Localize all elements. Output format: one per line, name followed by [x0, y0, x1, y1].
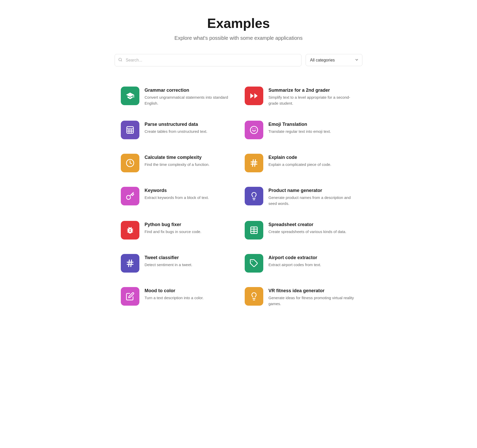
svg-line-26	[131, 260, 132, 267]
example-desc-vr-fitness-idea-generator: Generate ideas for fitness promoting vir…	[268, 295, 356, 307]
svg-marker-2	[254, 93, 258, 98]
example-item-mood-to-color[interactable]: Mood to colorTurn a text description int…	[115, 280, 239, 314]
example-text-summarize-2nd-grader: Summarize for a 2nd graderSimplify text …	[268, 87, 356, 106]
example-title-summarize-2nd-grader: Summarize for a 2nd grader	[268, 88, 356, 93]
example-title-emoji-translation: Emoji Translation	[268, 122, 356, 127]
example-title-explain-code: Explain code	[268, 155, 356, 160]
example-icon-spreadsheet-creator	[245, 221, 263, 240]
example-text-tweet-classifier: Tweet classifierDetect sentiment in a tw…	[145, 254, 232, 268]
example-desc-python-bug-fixer: Find and fix bugs in source code.	[145, 229, 232, 235]
example-icon-explain-code	[245, 154, 263, 172]
example-item-product-name-generator[interactable]: Product name generatorGenerate product n…	[239, 180, 362, 214]
example-title-product-name-generator: Product name generator	[268, 188, 356, 193]
example-icon-keywords	[121, 187, 139, 205]
example-icon-vr-fitness-idea-generator	[245, 287, 263, 306]
example-icon-mood-to-color	[121, 287, 139, 306]
example-desc-emoji-translation: Translate regular text into emoji text.	[268, 129, 356, 135]
svg-line-15	[252, 160, 253, 166]
example-title-spreadsheet-creator: Spreadsheet creator	[268, 222, 356, 227]
example-title-vr-fitness-idea-generator: VR fitness idea generator	[268, 288, 356, 293]
example-desc-explain-code: Explain a complicated piece of code.	[268, 162, 356, 168]
example-text-product-name-generator: Product name generatorGenerate product n…	[268, 187, 356, 206]
example-title-mood-to-color: Mood to color	[145, 288, 232, 293]
example-item-parse-unstructured-data[interactable]: Parse unstructured dataCreate tables fro…	[115, 113, 239, 146]
example-text-mood-to-color: Mood to colorTurn a text description int…	[145, 287, 232, 301]
example-desc-tweet-classifier: Detect sentiment in a tweet.	[145, 262, 232, 268]
example-desc-grammar-correction: Convert ungrammatical statements into st…	[145, 95, 232, 106]
example-text-keywords: KeywordsExtract keywords from a block of…	[145, 187, 232, 201]
example-item-calculate-time-complexity[interactable]: Calculate time complexityFind the time c…	[115, 146, 239, 180]
controls-bar: All categoriesTextCodeDataOther	[115, 54, 362, 66]
example-item-keywords[interactable]: KeywordsExtract keywords from a block of…	[115, 180, 239, 214]
example-title-python-bug-fixer: Python bug fixer	[145, 222, 232, 227]
svg-line-1	[121, 60, 122, 61]
example-desc-parse-unstructured-data: Create tables from unstructured text.	[145, 129, 232, 135]
example-icon-summarize-2nd-grader	[245, 87, 263, 105]
example-desc-airport-code-extractor: Extract airport codes from text.	[268, 262, 356, 268]
example-text-spreadsheet-creator: Spreadsheet creatorCreate spreadsheets o…	[268, 221, 356, 235]
page-subtitle: Explore what's possible with some exampl…	[5, 35, 472, 41]
example-title-keywords: Keywords	[145, 188, 232, 193]
example-icon-product-name-generator	[245, 187, 263, 205]
svg-point-9	[250, 126, 258, 134]
page-header: Examples Explore what's possible with so…	[5, 16, 472, 41]
examples-grid: Grammar correctionConvert ungrammatical …	[115, 79, 362, 314]
svg-rect-4	[127, 127, 133, 133]
example-item-spreadsheet-creator[interactable]: Spreadsheet creatorCreate spreadsheets o…	[239, 214, 362, 247]
example-item-explain-code[interactable]: Explain codeExplain a complicated piece …	[239, 146, 362, 180]
page-title: Examples	[5, 16, 472, 31]
svg-line-16	[255, 160, 256, 166]
search-input[interactable]	[115, 54, 301, 66]
svg-line-25	[129, 260, 129, 267]
example-item-summarize-2nd-grader[interactable]: Summarize for a 2nd graderSimplify text …	[239, 79, 362, 113]
example-item-vr-fitness-idea-generator[interactable]: VR fitness idea generatorGenerate ideas …	[239, 280, 362, 314]
example-text-calculate-time-complexity: Calculate time complexityFind the time c…	[145, 154, 232, 168]
example-icon-parse-unstructured-data	[121, 121, 139, 139]
example-icon-airport-code-extractor	[245, 254, 263, 273]
example-desc-calculate-time-complexity: Find the time complexity of a function.	[145, 162, 232, 168]
example-text-explain-code: Explain codeExplain a complicated piece …	[268, 154, 356, 168]
example-item-airport-code-extractor[interactable]: Airport code extractorExtract airport co…	[239, 247, 362, 280]
example-icon-grammar-correction	[121, 87, 139, 105]
example-desc-keywords: Extract keywords from a block of text.	[145, 195, 232, 201]
example-icon-calculate-time-complexity	[121, 154, 139, 172]
example-title-tweet-classifier: Tweet classifier	[145, 255, 232, 260]
example-text-vr-fitness-idea-generator: VR fitness idea generatorGenerate ideas …	[268, 287, 356, 307]
search-wrapper	[115, 54, 301, 66]
example-icon-emoji-translation	[245, 121, 263, 139]
example-title-grammar-correction: Grammar correction	[145, 88, 232, 93]
example-text-emoji-translation: Emoji TranslationTranslate regular text …	[268, 121, 356, 135]
example-item-grammar-correction[interactable]: Grammar correctionConvert ungrammatical …	[115, 79, 239, 113]
example-text-python-bug-fixer: Python bug fixerFind and fix bugs in sou…	[145, 221, 232, 235]
example-title-airport-code-extractor: Airport code extractor	[268, 255, 356, 260]
example-desc-spreadsheet-creator: Create spreadsheets of various kinds of …	[268, 229, 356, 235]
example-desc-summarize-2nd-grader: Simplify text to a level appropriate for…	[268, 95, 356, 106]
example-item-tweet-classifier[interactable]: Tweet classifierDetect sentiment in a tw…	[115, 247, 239, 280]
category-select[interactable]: All categoriesTextCodeDataOther	[306, 54, 362, 66]
example-desc-mood-to-color: Turn a text description into a color.	[145, 295, 232, 301]
search-icon	[118, 58, 122, 63]
example-item-emoji-translation[interactable]: Emoji TranslationTranslate regular text …	[239, 113, 362, 146]
example-icon-tweet-classifier	[121, 254, 139, 273]
example-item-python-bug-fixer[interactable]: Python bug fixerFind and fix bugs in sou…	[115, 214, 239, 247]
example-text-parse-unstructured-data: Parse unstructured dataCreate tables fro…	[145, 121, 232, 135]
example-desc-product-name-generator: Generate product names from a descriptio…	[268, 195, 356, 206]
example-text-airport-code-extractor: Airport code extractorExtract airport co…	[268, 254, 356, 268]
example-title-parse-unstructured-data: Parse unstructured data	[145, 122, 232, 127]
example-text-grammar-correction: Grammar correctionConvert ungrammatical …	[145, 87, 232, 106]
example-title-calculate-time-complexity: Calculate time complexity	[145, 155, 232, 160]
svg-marker-3	[250, 93, 254, 98]
example-icon-python-bug-fixer	[121, 221, 139, 240]
category-select-wrapper: All categoriesTextCodeDataOther	[306, 54, 362, 66]
